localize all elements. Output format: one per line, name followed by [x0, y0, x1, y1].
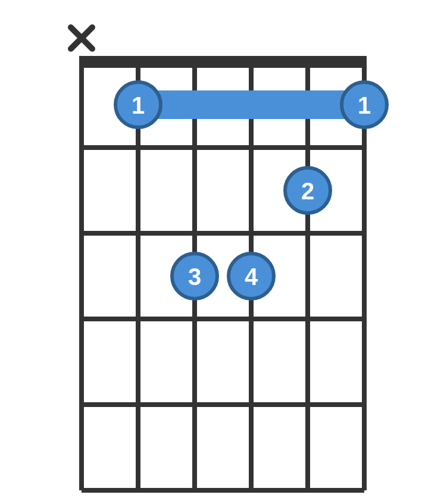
finger-dot-label: 4 [245, 264, 258, 290]
chord-svg: 11234 [0, 0, 447, 504]
finger-dot-label: 2 [301, 178, 314, 204]
barre-dot-right-label: 1 [358, 92, 371, 118]
barre-dot-left-label: 1 [132, 92, 145, 118]
barre-bar [138, 90, 364, 119]
finger-dot-label: 3 [188, 264, 201, 290]
chord-diagram: 11234 [0, 0, 447, 504]
nut [79, 56, 367, 68]
